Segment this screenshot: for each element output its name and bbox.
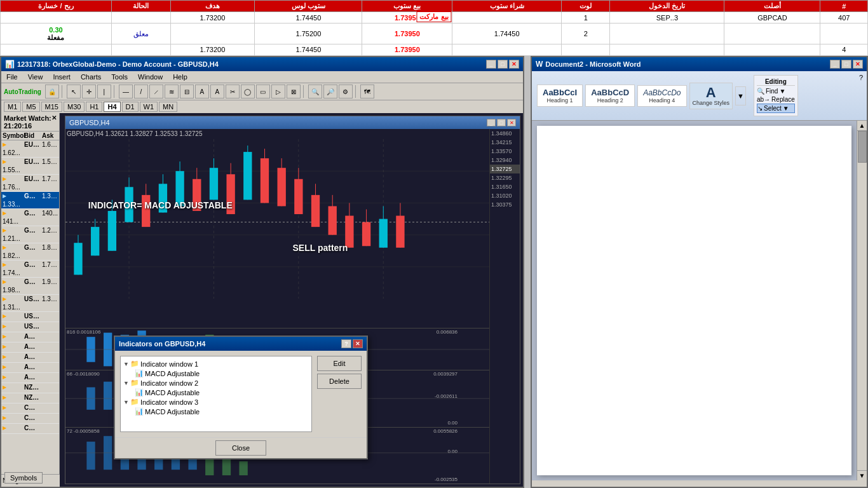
toolbar-fib-btn[interactable]: ≋: [165, 85, 179, 98]
styles-row: AaBbCcI Heading 1 AaBbCcD Heading 2 AaBb…: [534, 74, 859, 118]
tree-ind-win-2[interactable]: ▼ 📁 Indicator window 2: [123, 378, 309, 388]
symbols-button[interactable]: Symbols: [4, 472, 43, 484]
tree-toggle-2[interactable]: ▼: [123, 380, 129, 386]
toolbar-rect-btn[interactable]: ▭: [256, 85, 270, 98]
toolbar-prop-btn[interactable]: ⚙: [339, 85, 353, 98]
mw-row-audjpy[interactable]: ▶AUDJPY: [1, 363, 59, 373]
toolbar-arrow-tool-btn[interactable]: ✂: [226, 85, 240, 98]
tree-ind-win-3[interactable]: ▼ 📁 Indicator window 3: [123, 397, 309, 407]
word-close-btn[interactable]: ✕: [853, 60, 863, 69]
tf-d1[interactable]: D1: [122, 102, 139, 112]
toolbar-cursor-btn[interactable]: 🔒: [45, 85, 59, 98]
scroll-down-btn[interactable]: ▼: [857, 470, 867, 480]
find-item[interactable]: 🔍 Find ▼: [757, 87, 795, 95]
market-watch-close[interactable]: ✕: [51, 114, 57, 130]
mt4-minimize-btn[interactable]: _: [486, 60, 496, 69]
menu-charts[interactable]: Charts: [78, 72, 104, 81]
toolbar-hline-btn[interactable]: —: [119, 85, 133, 98]
toolbar-label-btn[interactable]: A: [210, 85, 224, 98]
word-minimize-btn[interactable]: _: [830, 60, 840, 69]
chart-minimize-btn[interactable]: _: [487, 119, 496, 126]
dialog-help-btn[interactable]: ?: [341, 339, 351, 348]
menu-help[interactable]: Help: [170, 72, 190, 81]
tf-m5[interactable]: M5: [22, 102, 39, 112]
tree-macd-3[interactable]: 📊 MACD Adjustable: [123, 407, 309, 416]
menu-tools[interactable]: Tools: [109, 72, 130, 81]
mw-row-nzdjpy[interactable]: ▶NZDJPY: [1, 393, 59, 403]
menu-file[interactable]: File: [4, 72, 20, 81]
edit-button[interactable]: Edit: [317, 356, 362, 371]
tf-h4[interactable]: H4: [104, 102, 120, 112]
toolbar-tline-btn[interactable]: /: [134, 85, 148, 98]
toolbar-ellipse-btn[interactable]: ◯: [241, 85, 255, 98]
tf-m1[interactable]: M1: [4, 102, 21, 112]
menu-window[interactable]: Window: [135, 72, 165, 81]
mw-row-cadchf[interactable]: ▶CADCHF: [1, 424, 59, 434]
mw-row-audcad[interactable]: ▶AUDCAD: [1, 342, 59, 353]
toolbar-line-btn[interactable]: |: [97, 85, 111, 98]
toolbar-channel-btn[interactable]: ⊟: [180, 85, 194, 98]
mw-row-audusd[interactable]: ▶AUDUSD: [1, 332, 59, 342]
tree-macd-1[interactable]: 📊 MACD Adjustable: [123, 369, 309, 378]
chart-restore-btn[interactable]: □: [497, 119, 506, 126]
select-item[interactable]: ↘ Select ▼: [757, 104, 795, 113]
change-styles-btn[interactable]: A Change Styles: [689, 83, 733, 109]
styles-dropdown-btn[interactable]: ▼: [735, 86, 746, 105]
tf-m30[interactable]: M30: [64, 102, 85, 112]
tree-toggle-3[interactable]: ▼: [123, 399, 129, 405]
heading1-style[interactable]: AaBbCcI Heading 1: [537, 85, 583, 107]
mt4-close-btn[interactable]: ✕: [509, 60, 519, 69]
toolbar-zoom-in-btn[interactable]: 🔍: [308, 85, 322, 98]
toolbar-gann-btn[interactable]: ⊠: [287, 85, 301, 98]
scroll-thumb[interactable]: [858, 131, 867, 163]
replace-item[interactable]: ab→ Replace: [757, 95, 795, 104]
mw-row-usdchf[interactable]: ▶USDCHF: [1, 312, 59, 322]
delete-button[interactable]: Delete: [317, 374, 362, 389]
mw-row-usdcad[interactable]: ▶USDCAD 1.31... 1.31... 1.31...: [1, 295, 59, 312]
mw-row-gbpjpy[interactable]: ▶GBPJPY 140... 140... 141...: [1, 209, 59, 226]
toolbar-zoom-out-btn[interactable]: 🔎: [323, 85, 337, 98]
mw-row-chfjpy[interactable]: ▶CHFJPY: [1, 414, 59, 424]
tf-w1[interactable]: W1: [140, 102, 158, 112]
tf-m15[interactable]: M15: [41, 102, 62, 112]
mw-row-cadjpy[interactable]: ▶CADJPY: [1, 403, 59, 414]
toolbar-text-btn[interactable]: A: [195, 85, 209, 98]
dialog-close-btn[interactable]: ✕: [353, 339, 363, 348]
mw-row-gbpusd[interactable]: ▶GBPUSD 1.32... 1.33... 1.33...: [1, 192, 59, 209]
toolbar-trend-btn[interactable]: ⟋: [149, 85, 163, 98]
tf-h1[interactable]: H1: [86, 102, 102, 112]
mw-row-eurnzd[interactable]: ▶EURNZD 1.76... 1.76... 1.76...: [1, 175, 59, 192]
toolbar-triangle-btn[interactable]: ▷: [271, 85, 285, 98]
word-help-icon[interactable]: ?: [859, 74, 863, 81]
word-restore-btn[interactable]: □: [841, 60, 851, 69]
menu-insert[interactable]: Insert: [50, 72, 73, 81]
scroll-up-btn[interactable]: ▲: [857, 121, 867, 131]
tree-ind-win-1[interactable]: ▼ 📁 Indicator window 1: [123, 359, 309, 369]
mw-row-eurcad[interactable]: ▶EURCAD 1.55... 1.55... 1.55...: [1, 158, 59, 175]
mw-row-gbpchf[interactable]: ▶GBPCHF 1.20... 1.20... 1.21...: [1, 226, 59, 243]
word-scrollbar[interactable]: ▲ ▼: [857, 121, 867, 480]
mw-row-audnzd[interactable]: ▶AUDNZD: [1, 373, 59, 383]
chart-close-btn[interactable]: ✕: [507, 119, 516, 126]
toolbar-arrow-btn[interactable]: ↖: [67, 85, 81, 98]
col-status: الحالة: [111, 1, 170, 12]
heading2-style[interactable]: AaBbCcD Heading 2: [585, 85, 635, 107]
toolbar-sep4: [355, 85, 358, 98]
tree-macd-2[interactable]: 📊 MACD Adjustable: [123, 388, 309, 397]
toolbar-navigator-btn[interactable]: 🗺: [360, 85, 374, 98]
price-level-6: 1.31650: [490, 182, 520, 191]
mw-row-gbpaud[interactable]: ▶GBPAUD. 1.82... 1.82... 1.82...: [1, 243, 59, 261]
dialog-ok-btn[interactable]: Close: [215, 440, 266, 456]
menu-view[interactable]: View: [25, 72, 46, 81]
toolbar-cross-btn[interactable]: ✛: [82, 85, 96, 98]
mt4-restore-btn[interactable]: □: [498, 60, 508, 69]
mw-row-nzdusd[interactable]: ▶NZDUSD: [1, 383, 59, 393]
heading4-style[interactable]: AaBbCcDo Heading 4: [637, 85, 686, 107]
mw-row-gbpnzd[interactable]: ▶GBPNZD. 1.98... 1.98... 1.98...: [1, 278, 59, 295]
mw-row-audchf[interactable]: ▶AUDCHF: [1, 353, 59, 363]
mw-row-gbpcad[interactable]: ▶GBPCAD. 1.74... 1.74... 1.74...: [1, 261, 59, 278]
tree-toggle-1[interactable]: ▼: [123, 361, 129, 367]
tf-mn[interactable]: MN: [159, 102, 177, 112]
mw-row-euraud[interactable]: ▶EURAUD 1.62... 1.62... 1.62...: [1, 140, 59, 158]
mw-row-usdjpy[interactable]: ▶USDJPY: [1, 322, 59, 332]
